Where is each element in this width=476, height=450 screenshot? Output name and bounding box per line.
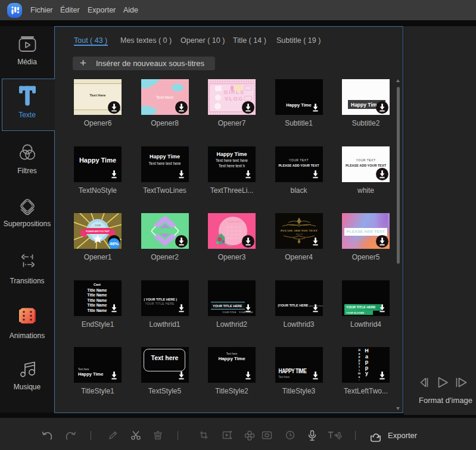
svg-text:JULY 23: JULY 23 bbox=[295, 233, 303, 236]
svg-text:PLEASE ADD YOU TEXT: PLEASE ADD YOU TEXT bbox=[86, 230, 110, 233]
svg-text:PLEASE ADD YOU TEXT: PLEASE ADD YOU TEXT bbox=[280, 229, 317, 232]
svg-text:YOUR: YOUR bbox=[95, 224, 101, 227]
svg-text:YOUR TEXT: YOUR TEXT bbox=[228, 220, 241, 223]
